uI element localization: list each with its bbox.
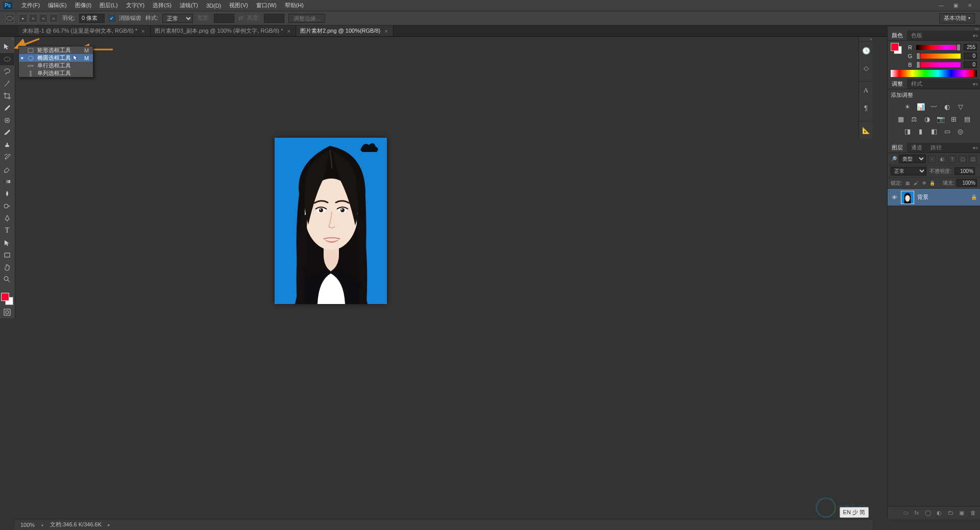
- gradient-map-adjustment-icon[interactable]: ▭: [942, 127, 952, 136]
- marquee-tool[interactable]: [0, 53, 14, 65]
- lasso-tool[interactable]: [0, 65, 14, 78]
- r-value[interactable]: 255: [964, 44, 977, 51]
- menu-edit[interactable]: 编辑(E): [44, 0, 71, 11]
- selection-add-button[interactable]: ▫: [29, 14, 38, 23]
- character-panel-icon[interactable]: A: [861, 85, 872, 96]
- filter-adjustment-icon[interactable]: ◐: [938, 155, 946, 163]
- measurement-panel-icon[interactable]: 📐: [861, 124, 872, 136]
- filter-type-icon[interactable]: T: [948, 155, 957, 163]
- filter-pixel-icon[interactable]: ▫: [928, 155, 936, 163]
- levels-adjustment-icon[interactable]: 📊: [916, 102, 926, 111]
- vibrance-adjustment-icon[interactable]: ▽: [955, 102, 966, 111]
- paragraph-panel-icon[interactable]: ¶: [861, 102, 872, 113]
- g-value[interactable]: 0: [964, 53, 977, 59]
- brightness-adjustment-icon[interactable]: ☀: [902, 102, 913, 111]
- zoom-level[interactable]: 100%: [20, 522, 35, 528]
- color-balance-adjustment-icon[interactable]: ⚖: [909, 114, 919, 123]
- posterize-adjustment-icon[interactable]: ▮: [916, 127, 926, 136]
- styles-tab[interactable]: 样式: [907, 79, 926, 89]
- properties-panel-icon[interactable]: ◇: [861, 62, 872, 73]
- healing-brush-tool[interactable]: [0, 114, 14, 127]
- history-panel-icon[interactable]: 🕓: [861, 45, 872, 56]
- panel-menu-icon[interactable]: ▾≡: [972, 145, 980, 150]
- feather-input[interactable]: [79, 14, 105, 23]
- eraser-tool[interactable]: [0, 163, 14, 175]
- selective-color-adjustment-icon[interactable]: ◎: [955, 127, 966, 136]
- curves-adjustment-icon[interactable]: 〰: [929, 102, 939, 111]
- dodge-tool[interactable]: [0, 200, 14, 212]
- paths-tab[interactable]: 路径: [926, 143, 946, 153]
- status-menu-icon[interactable]: ▸: [108, 522, 110, 527]
- menu-view[interactable]: 视图(V): [225, 0, 252, 11]
- swatches-tab[interactable]: 色板: [907, 31, 926, 40]
- bw-adjustment-icon[interactable]: ◑: [922, 114, 933, 123]
- history-brush-tool[interactable]: [0, 151, 14, 163]
- b-value[interactable]: 0: [964, 61, 977, 68]
- shape-tool[interactable]: [0, 249, 14, 261]
- path-selection-tool[interactable]: [0, 237, 14, 249]
- eyedropper-tool[interactable]: [0, 102, 14, 114]
- close-icon[interactable]: ×: [140, 28, 145, 34]
- selection-new-button[interactable]: ▪: [18, 14, 28, 23]
- filter-shape-icon[interactable]: ▢: [959, 155, 967, 163]
- hue-adjustment-icon[interactable]: ▦: [896, 114, 906, 123]
- quick-mask-toggle[interactable]: [0, 306, 14, 318]
- refine-edge-button[interactable]: 调整边缘...: [288, 14, 325, 23]
- panel-menu-icon[interactable]: ▾≡: [972, 82, 980, 87]
- active-tool-preset[interactable]: [5, 14, 14, 23]
- type-tool[interactable]: T: [0, 224, 14, 237]
- menu-filter[interactable]: 滤镜(T): [176, 0, 202, 11]
- channels-tab[interactable]: 通道: [907, 143, 926, 153]
- menu-3d[interactable]: 3D(D): [202, 1, 225, 10]
- menu-help[interactable]: 帮助(H): [281, 0, 308, 11]
- doc-tab-1[interactable]: 未标题-1 @ 66.7% (这里是举例文本, RGB/8) *×: [18, 26, 151, 36]
- photo-filter-adjustment-icon[interactable]: 📷: [936, 114, 946, 123]
- opacity-value[interactable]: 100%: [954, 167, 975, 175]
- antialias-checkbox[interactable]: ✓: [109, 15, 115, 21]
- single-col-marquee-option[interactable]: 单列选框工具: [19, 69, 93, 77]
- threshold-adjustment-icon[interactable]: ◧: [929, 127, 939, 136]
- pen-tool[interactable]: [0, 212, 14, 224]
- document-image[interactable]: [275, 138, 387, 304]
- selection-intersect-button[interactable]: ▫: [49, 14, 58, 23]
- style-select[interactable]: 正常: [162, 14, 193, 23]
- r-slider[interactable]: [916, 45, 961, 50]
- canvas-workspace[interactable]: [15, 37, 873, 519]
- close-icon[interactable]: ×: [286, 28, 291, 34]
- layer-mask-icon[interactable]: ◯: [924, 509, 932, 517]
- g-slider[interactable]: [916, 54, 961, 59]
- menu-type[interactable]: 文字(Y): [122, 0, 149, 11]
- window-minimize-button[interactable]: —: [934, 1, 948, 10]
- lock-transparent-icon[interactable]: ▦: [904, 180, 912, 187]
- lock-image-icon[interactable]: 🖌: [913, 180, 920, 187]
- visibility-toggle-icon[interactable]: 👁: [891, 194, 898, 201]
- color-picker-swatch[interactable]: [891, 43, 903, 55]
- lock-position-icon[interactable]: ✥: [921, 180, 928, 187]
- lock-all-icon[interactable]: 🔒: [929, 180, 936, 187]
- zoom-menu-icon[interactable]: ⬥: [41, 522, 44, 527]
- rectangular-marquee-option[interactable]: 矩形选框工具 M: [19, 46, 93, 54]
- new-fill-adjustment-icon[interactable]: ◐: [935, 509, 943, 517]
- menu-layer[interactable]: 图层(L): [95, 0, 121, 11]
- crop-tool[interactable]: [0, 90, 14, 102]
- layer-filter-type[interactable]: 类型: [899, 155, 926, 163]
- lock-icon[interactable]: 🔒: [971, 194, 977, 200]
- menu-window[interactable]: 窗口(W): [252, 0, 281, 11]
- doc-tab-3[interactable]: 图片素材2.png @ 100%(RGB/8)×: [296, 26, 394, 36]
- blend-mode-select[interactable]: 正常: [891, 167, 926, 175]
- delete-layer-icon[interactable]: 🗑: [969, 509, 977, 517]
- doc-tab-2[interactable]: 图片素材03_副本.png @ 100% (举例文字, RGB/8) *×: [151, 26, 296, 36]
- window-close-button[interactable]: ✕: [963, 1, 977, 10]
- layer-item-background[interactable]: 👁 背景 🔒: [888, 189, 980, 206]
- filter-smart-icon[interactable]: ◫: [969, 155, 977, 163]
- magic-wand-tool[interactable]: [0, 78, 14, 90]
- menu-file[interactable]: 文件(F): [17, 0, 44, 11]
- channel-mixer-adjustment-icon[interactable]: ⊞: [949, 114, 959, 123]
- menu-image[interactable]: 图像(I): [71, 0, 95, 11]
- layer-style-icon[interactable]: fx: [913, 509, 921, 517]
- clone-stamp-tool[interactable]: [0, 139, 14, 151]
- close-icon[interactable]: ×: [383, 28, 388, 34]
- exposure-adjustment-icon[interactable]: ◐: [942, 102, 952, 111]
- selection-subtract-button[interactable]: ▫: [39, 14, 48, 23]
- layers-tab[interactable]: 图层: [888, 143, 907, 153]
